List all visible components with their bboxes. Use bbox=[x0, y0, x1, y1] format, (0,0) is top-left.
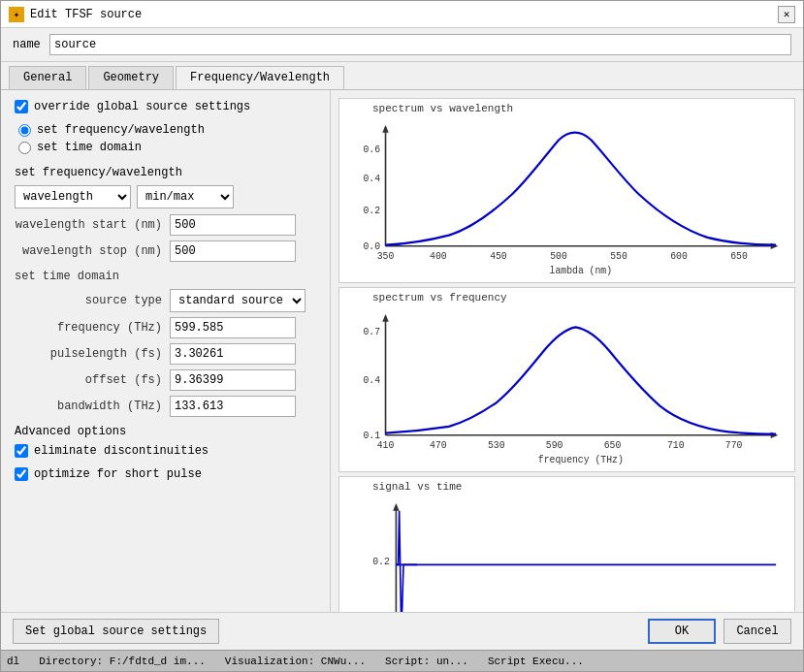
wavelength-stop-label: wavelength stop (nm) bbox=[15, 244, 170, 258]
pulselength-input[interactable] bbox=[170, 343, 296, 365]
wavelength-start-label: wavelength start (nm) bbox=[15, 218, 170, 232]
close-button[interactable]: ✕ bbox=[778, 6, 795, 23]
dropdown-row: wavelength frequency min/max center/span bbox=[15, 185, 316, 208]
svg-marker-19 bbox=[771, 432, 779, 439]
svg-text:0.7: 0.7 bbox=[363, 327, 380, 337]
chart2-svg: 0.1 0.4 0.7 410 470 530 590 650 710 770 … bbox=[343, 305, 787, 467]
svg-text:550: 550 bbox=[610, 251, 627, 262]
svg-text:frequency (THz): frequency (THz) bbox=[538, 455, 624, 465]
svg-text:0.2: 0.2 bbox=[372, 558, 390, 568]
window-icon: ✦ bbox=[9, 7, 24, 22]
tab-geometry[interactable]: Geometry bbox=[88, 66, 174, 89]
offset-input[interactable] bbox=[170, 369, 296, 391]
name-input[interactable] bbox=[49, 34, 791, 55]
override-checkbox[interactable] bbox=[15, 100, 28, 113]
pulselength-label: pulselength (fs) bbox=[15, 347, 170, 361]
title-bar: ✦ Edit TFSF source ✕ bbox=[1, 1, 803, 28]
tab-frequency-wavelength[interactable]: Frequency/Wavelength bbox=[176, 66, 344, 89]
svg-text:400: 400 bbox=[430, 251, 447, 262]
chart1-area: 0.0 0.2 0.4 0.6 350 400 450 500 550 600 … bbox=[343, 116, 787, 278]
elim-label: eliminate discontinuities bbox=[34, 444, 209, 458]
status-item-0: dl bbox=[7, 656, 19, 667]
chart2-title: spectrum vs frequency bbox=[343, 292, 787, 304]
set-global-button[interactable]: Set global source settings bbox=[13, 619, 219, 644]
wavelength-dropdown[interactable]: wavelength frequency bbox=[15, 185, 131, 208]
bandwidth-label: bandwidth (THz) bbox=[15, 400, 170, 413]
status-item-3: Script: un... bbox=[385, 656, 468, 667]
chart1-svg: 0.0 0.2 0.4 0.6 350 400 450 500 550 600 … bbox=[343, 116, 787, 278]
chart-spectrum-frequency: spectrum vs frequency 0.1 0.4 0.7 410 bbox=[338, 287, 795, 472]
tab-general[interactable]: General bbox=[9, 66, 86, 89]
chart-signal-time: signal vs time -0.9 0.2 0.0 bbox=[338, 476, 795, 612]
svg-text:650: 650 bbox=[604, 440, 622, 451]
svg-text:770: 770 bbox=[725, 440, 743, 451]
radio-set-time[interactable] bbox=[18, 142, 31, 154]
elim-checkbox-row: eliminate discontinuities bbox=[15, 444, 316, 458]
svg-text:0.4: 0.4 bbox=[363, 174, 380, 184]
advanced-section: Advanced options eliminate discontinuiti… bbox=[15, 425, 316, 481]
offset-label: offset (fs) bbox=[15, 373, 170, 387]
window-title: Edit TFSF source bbox=[30, 8, 142, 21]
pulselength-row: pulselength (fs) bbox=[15, 343, 316, 365]
ok-button[interactable]: OK bbox=[648, 619, 716, 644]
frequency-row: frequency (THz) bbox=[15, 317, 316, 338]
radio-group: set frequency/wavelength set time domain bbox=[15, 123, 316, 154]
main-window: ✦ Edit TFSF source ✕ name General Geomet… bbox=[0, 0, 804, 672]
tabs-row: General Geometry Frequency/Wavelength bbox=[1, 62, 803, 90]
time-section-label: set time domain bbox=[15, 270, 316, 283]
radio-freq-row: set frequency/wavelength bbox=[18, 123, 316, 137]
svg-text:350: 350 bbox=[377, 251, 395, 262]
bandwidth-input[interactable] bbox=[170, 396, 296, 417]
override-label: override global source settings bbox=[34, 100, 250, 113]
name-row: name bbox=[1, 28, 803, 62]
radio-set-frequency[interactable] bbox=[18, 124, 31, 137]
wavelength-stop-input[interactable] bbox=[170, 240, 296, 262]
title-bar-left: ✦ Edit TFSF source bbox=[9, 7, 142, 22]
statusbar: dl Directory: F:/fdtd_d im... Visualizat… bbox=[1, 650, 803, 671]
chart3-svg: -0.9 0.2 0.0 0.2 0.4 0.6 0.8 time (fs) x… bbox=[343, 495, 787, 612]
chart2-area: 0.1 0.4 0.7 410 470 530 590 650 710 770 … bbox=[343, 305, 787, 467]
offset-row: offset (fs) bbox=[15, 369, 316, 391]
name-label: name bbox=[13, 38, 42, 51]
svg-text:600: 600 bbox=[670, 251, 688, 262]
svg-text:650: 650 bbox=[730, 251, 748, 262]
svg-marker-18 bbox=[382, 314, 389, 322]
override-checkbox-row: override global source settings bbox=[15, 100, 316, 113]
chart3-area: -0.9 0.2 0.0 0.2 0.4 0.6 0.8 time (fs) x… bbox=[343, 495, 787, 612]
content-area: override global source settings set freq… bbox=[1, 90, 803, 612]
status-item-2: Visualization: CNWu... bbox=[225, 656, 366, 667]
minmax-dropdown[interactable]: min/max center/span bbox=[137, 185, 234, 208]
elim-checkbox[interactable] bbox=[15, 444, 28, 458]
wavelength-start-row: wavelength start (nm) bbox=[15, 214, 316, 236]
svg-text:500: 500 bbox=[550, 251, 567, 262]
source-type-row: source type standard source bbox=[15, 289, 316, 312]
source-type-dropdown[interactable]: standard source bbox=[170, 289, 306, 312]
bottom-bar: Set global source settings OK Cancel bbox=[1, 612, 803, 650]
radio-freq-label: set frequency/wavelength bbox=[37, 123, 205, 137]
frequency-input[interactable] bbox=[170, 317, 296, 338]
cancel-button[interactable]: Cancel bbox=[724, 619, 791, 644]
wavelength-stop-row: wavelength stop (nm) bbox=[15, 240, 316, 262]
svg-text:530: 530 bbox=[488, 440, 505, 451]
chart3-title: signal vs time bbox=[343, 481, 787, 493]
status-item-4: Script Execu... bbox=[488, 656, 584, 667]
status-item-1: Directory: F:/fdtd_d im... bbox=[39, 656, 206, 667]
svg-text:0.6: 0.6 bbox=[363, 144, 380, 155]
bandwidth-row: bandwidth (THz) bbox=[15, 396, 316, 417]
svg-text:0.2: 0.2 bbox=[363, 206, 380, 216]
svg-text:470: 470 bbox=[430, 440, 447, 451]
left-panel: override global source settings set freq… bbox=[1, 90, 331, 612]
radio-time-label: set time domain bbox=[37, 141, 142, 154]
svg-text:710: 710 bbox=[667, 440, 685, 451]
svg-text:590: 590 bbox=[546, 440, 563, 451]
radio-time-row: set time domain bbox=[18, 141, 316, 154]
svg-marker-3 bbox=[771, 242, 779, 249]
wavelength-start-input[interactable] bbox=[170, 214, 296, 236]
svg-marker-2 bbox=[382, 125, 389, 133]
right-panel: spectrum vs wavelength 0.0 0.2 0.4 0.6 bbox=[331, 90, 803, 612]
svg-text:450: 450 bbox=[490, 251, 507, 262]
optimize-checkbox[interactable] bbox=[15, 467, 28, 481]
frequency-label: frequency (THz) bbox=[15, 321, 170, 335]
svg-text:lambda (nm): lambda (nm) bbox=[550, 266, 613, 276]
chart1-title: spectrum vs wavelength bbox=[343, 103, 787, 114]
